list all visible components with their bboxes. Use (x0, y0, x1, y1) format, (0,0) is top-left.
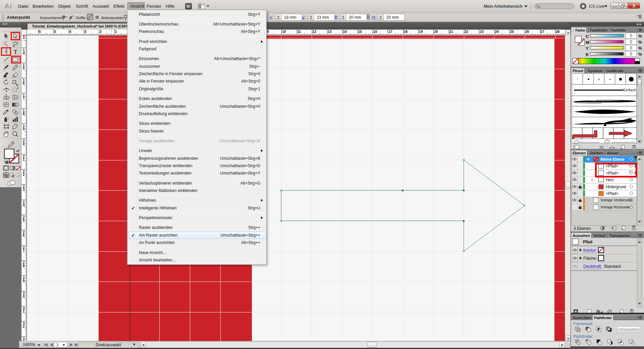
svg-text:T: T (14, 49, 17, 55)
